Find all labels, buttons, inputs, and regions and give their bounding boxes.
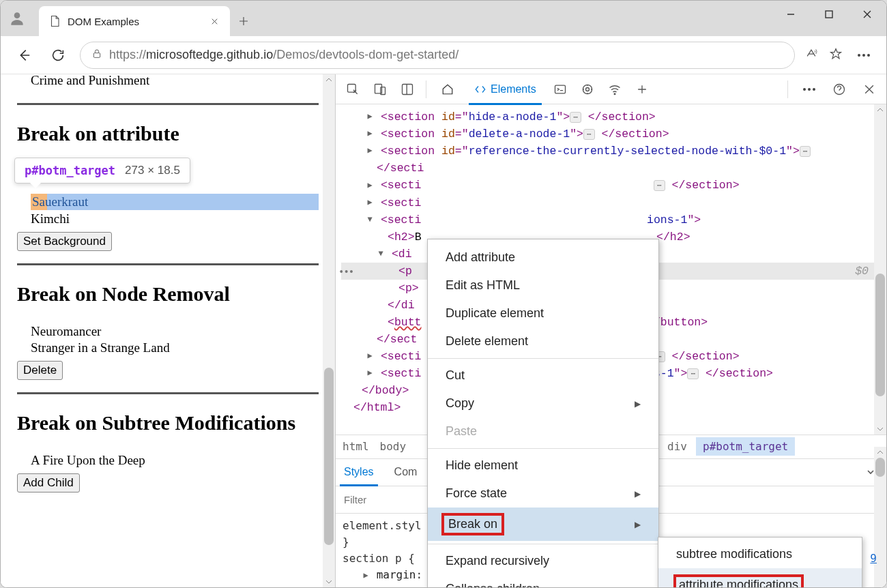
break-on-submenu: subtree modifications attribute modifica… bbox=[658, 537, 862, 587]
elements-tab[interactable]: Elements bbox=[466, 74, 544, 104]
menu-duplicate-element[interactable]: Duplicate element bbox=[428, 299, 658, 327]
menu-cut[interactable]: Cut bbox=[428, 362, 658, 389]
dom-scrollbar[interactable] bbox=[874, 104, 886, 435]
divider bbox=[17, 263, 319, 265]
svg-point-10 bbox=[614, 93, 615, 94]
page-scrollbar[interactable] bbox=[323, 74, 335, 587]
page-icon bbox=[48, 15, 61, 27]
url-input[interactable]: https://microsoftedge.github.io/Demos/de… bbox=[80, 42, 795, 69]
list-item: A Fire Upon the Deep bbox=[31, 453, 319, 468]
menu-break-on[interactable]: Break on▶ bbox=[428, 508, 658, 541]
minimize-button[interactable] bbox=[772, 1, 810, 28]
close-window-button[interactable] bbox=[848, 1, 886, 28]
submenu-subtree-modifications[interactable]: subtree modifications bbox=[658, 540, 862, 568]
new-tab-button[interactable] bbox=[230, 6, 257, 36]
svg-rect-1 bbox=[826, 11, 832, 18]
menu-edit-as-html[interactable]: Edit as HTML bbox=[428, 271, 658, 299]
sources-icon[interactable] bbox=[576, 78, 599, 101]
menu-collapse-children[interactable]: Collapse children bbox=[428, 575, 658, 587]
add-child-button[interactable]: Add Child bbox=[17, 473, 80, 493]
section-heading: Break on attribute bbox=[17, 121, 319, 146]
context-menu: Add attribute Edit as HTML Duplicate ele… bbox=[427, 239, 659, 587]
url-text: https://microsoftedge.github.io/Demos/de… bbox=[109, 48, 459, 62]
breadcrumb-selected[interactable]: p#botm_target bbox=[696, 437, 795, 456]
tab-close-icon[interactable] bbox=[208, 15, 220, 27]
element-tooltip: p#botm_target 273 × 18.5 bbox=[14, 158, 190, 183]
svg-rect-6 bbox=[403, 84, 413, 94]
computed-tab[interactable]: Com bbox=[390, 458, 422, 486]
menu-expand-recursively[interactable]: Expand recursively bbox=[428, 547, 658, 575]
set-background-button[interactable]: Set Background bbox=[17, 232, 112, 251]
breadcrumb-item[interactable]: div bbox=[667, 440, 687, 453]
menu-delete-element[interactable]: Delete element bbox=[428, 327, 658, 355]
list-item: Kimchi bbox=[31, 211, 319, 226]
highlighted-paragraph[interactable]: Sauerkraut bbox=[31, 194, 319, 210]
styles-filter-input[interactable] bbox=[336, 486, 431, 513]
favorite-icon[interactable] bbox=[829, 47, 843, 63]
help-icon[interactable] bbox=[828, 78, 851, 101]
tab-title: DOM Examples bbox=[68, 16, 139, 27]
svg-point-0 bbox=[14, 12, 20, 18]
app-menu-button[interactable] bbox=[852, 54, 875, 57]
menu-paste: Paste bbox=[428, 417, 658, 445]
address-bar: https://microsoftedge.github.io/Demos/de… bbox=[1, 36, 886, 74]
refresh-button[interactable] bbox=[46, 43, 70, 68]
svg-rect-2 bbox=[93, 53, 100, 58]
submenu-attribute-modifications[interactable]: attribute modifications bbox=[658, 568, 862, 587]
breadcrumb-item[interactable]: html bbox=[343, 440, 369, 453]
titlebar: DOM Examples bbox=[1, 1, 886, 36]
svg-rect-7 bbox=[555, 85, 565, 93]
devtools-toolbar: Elements bbox=[336, 74, 886, 104]
menu-hide-element[interactable]: Hide element bbox=[428, 452, 658, 480]
svg-point-9 bbox=[585, 87, 589, 91]
read-aloud-icon[interactable] bbox=[804, 47, 818, 63]
back-button[interactable] bbox=[12, 43, 36, 68]
maximize-button[interactable] bbox=[810, 1, 848, 28]
list-item: Neuromancer bbox=[31, 324, 319, 339]
delete-button[interactable]: Delete bbox=[17, 361, 63, 380]
profile-icon[interactable] bbox=[1, 1, 33, 36]
devtools-menu-icon[interactable] bbox=[798, 88, 821, 91]
devtools-close-icon[interactable] bbox=[858, 78, 881, 101]
stylesheet-link[interactable]: 9 bbox=[870, 550, 877, 567]
device-icon[interactable] bbox=[368, 78, 392, 101]
console-tab-icon[interactable] bbox=[549, 78, 572, 101]
divider bbox=[17, 103, 319, 105]
more-tabs-icon[interactable] bbox=[630, 78, 654, 101]
divider bbox=[17, 392, 319, 394]
section-heading: Break on Node Removal bbox=[17, 282, 319, 306]
dock-icon[interactable] bbox=[396, 78, 419, 101]
welcome-tab[interactable] bbox=[433, 74, 462, 104]
page-viewport: Crime and Punishment Break on attribute … bbox=[1, 74, 335, 587]
list-item: Crime and Punishment bbox=[31, 74, 319, 88]
list-item: Stranger in a Strange Land bbox=[31, 340, 319, 355]
lock-icon bbox=[91, 48, 102, 61]
section-heading: Break on Subtree Modifications bbox=[17, 411, 319, 435]
svg-point-8 bbox=[583, 85, 592, 93]
menu-copy[interactable]: Copy▶ bbox=[428, 389, 658, 417]
breadcrumb-item[interactable]: body bbox=[380, 440, 407, 453]
inspect-icon[interactable] bbox=[341, 78, 364, 101]
styles-tab[interactable]: Styles bbox=[340, 458, 378, 486]
browser-tab[interactable]: DOM Examples bbox=[39, 6, 230, 36]
network-icon[interactable] bbox=[603, 78, 626, 101]
menu-add-attribute[interactable]: Add attribute bbox=[428, 244, 658, 271]
menu-force-state[interactable]: Force state▶ bbox=[428, 480, 658, 508]
